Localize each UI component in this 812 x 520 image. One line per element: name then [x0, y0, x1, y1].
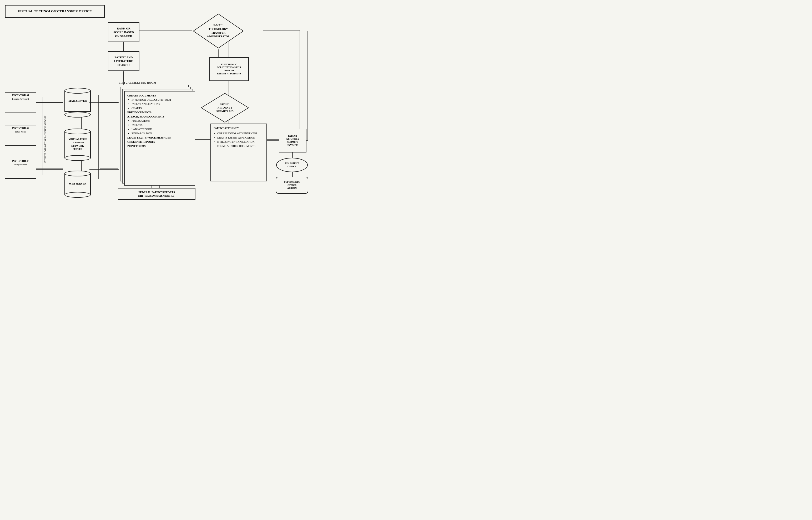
create-item-3: CHARTS — [131, 106, 192, 110]
create-item-2: PATENT APPLICATIONS — [131, 102, 192, 106]
patent-attorney-box: PATENT ATTORNEY CORRESPONDS WITH INVENTO… — [210, 124, 267, 181]
create-docs-title: CREATE DOCUMENTS — [127, 94, 192, 98]
edit-docs-title: EDIT DOCUMENTS — [127, 110, 192, 114]
uspto-sends-box: USPTO SENDS OFFICE ACTION — [276, 177, 308, 194]
inventor3-box: INVENTOR #3 Europe Phone — [5, 158, 36, 179]
print-title: PRINT FORMS — [127, 144, 192, 148]
vmr-label: VIRTUAL MEETING ROOM — [118, 81, 156, 84]
web-server-cylinder: WEB SERVER — [62, 168, 93, 200]
patent-attorney-diamond: PATENT ATTORNEY SUBMITS BID — [200, 92, 250, 124]
title-box: VIRTUAL TECHNOLOGY TRANSFER OFFICE — [5, 5, 105, 18]
vmr-content-box: CREATE DOCUMENTS INVENTION DISCLOSURE FO… — [124, 91, 195, 186]
internet-label: INTERNET, INTRANET, WEB ACCESS TO NETWOR… — [44, 113, 48, 165]
pa-item-1: CORRESPONDS WITH INVENTOR — [217, 131, 264, 136]
attach-item-2: PATENTS — [131, 123, 192, 127]
mail-server-cylinder: MAIL SERVER — [62, 87, 93, 118]
diagram: VIRTUAL TECHNOLOGY TRANSFER OFFICE INVEN… — [0, 0, 315, 200]
pa-invoice-box: PATENT ATTORNEY SUBMITS INVOICE — [279, 129, 306, 153]
leave-text-title: LEAVE TEXT & VOICE MESSAGES — [127, 136, 192, 140]
email-diamond: E-MAIL TECHNOLOGY TRANSFER ADMINISTRATOR — [192, 12, 245, 49]
electronic-sol-box: ELECTRONIC SOLICITATIONS FOR BIDS TO PAT… — [209, 57, 249, 81]
attach-scan-title: ATTACH, SCAN DOCUMENTS — [127, 114, 192, 119]
pa-box-title: PATENT ATTORNEY — [213, 126, 264, 130]
pa-box-list: CORRESPONDS WITH INVENTOR DRAFTS PATENT … — [217, 131, 264, 148]
create-docs-list: INVENTION DISCLOSURE FORM PATENT APPLICA… — [131, 98, 192, 110]
generate-title: GENERATE REPORTS — [127, 140, 192, 144]
patent-lit-search-box: PATENT AND LITERATURE SEARCH — [108, 51, 139, 71]
email-diamond-text: E-MAIL TECHNOLOGY TRANSFER ADMINISTRATOR — [192, 12, 245, 49]
create-item-1: INVENTION DISCLOSURE FORM — [131, 98, 192, 102]
us-patent-office-oval: U.S. PATENT OFFICE — [276, 158, 308, 172]
attach-docs-list: PUBLICATIONS PATENTS LAB NOTEBOOK RESEAR… — [131, 119, 192, 136]
attach-item-3: LAB NOTEBOOK — [131, 127, 192, 131]
inventor2-box: INVENTOR #2 Texas Voice — [5, 125, 36, 146]
vtt-server-cylinder: VIRTUAL TECH TRANSFER NETWORK SERVER — [62, 126, 93, 163]
rank-score-box: RANK OR SCORE BASED ON SEARCH — [108, 22, 139, 42]
pa-item-3: E-FILES PATENT APPLICATION, FORMS & OTHE… — [217, 140, 264, 148]
patent-attorney-diamond-text: PATENT ATTORNEY SUBMITS BID — [200, 92, 250, 124]
pa-item-2: DRAFTS PATENT APPLICATION — [217, 136, 264, 140]
federal-reports-box: FEDERAL PATENT REPORTS NIH (IEDISON) NAS… — [118, 188, 196, 200]
attach-item-1: PUBLICATIONS — [131, 119, 192, 123]
inventor1-box: INVENTOR #1 Florida Kevboard — [5, 92, 36, 113]
attach-item-4: RESEARCH DATA — [131, 131, 192, 136]
